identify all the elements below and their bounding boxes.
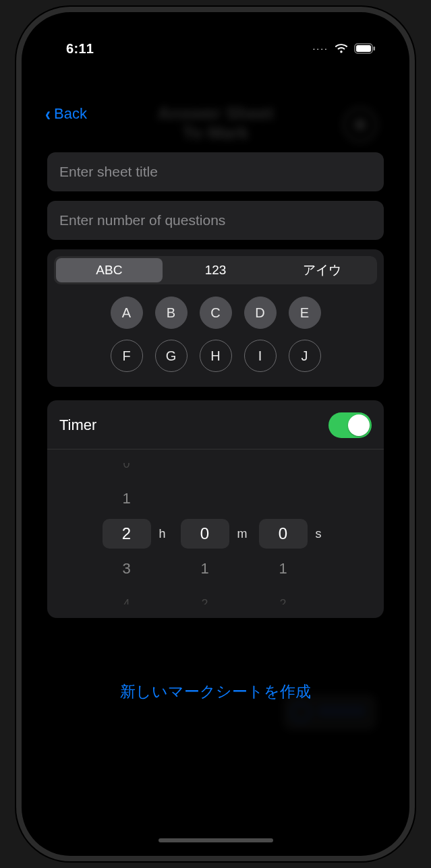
- battery-icon: [354, 43, 376, 54]
- cell-signal-icon: ····: [312, 43, 328, 54]
- choice-F[interactable]: F: [111, 340, 143, 372]
- hours-wheel[interactable]: 0 1 2 3 4: [103, 463, 151, 604]
- choice-J[interactable]: J: [289, 340, 321, 372]
- hours-unit: h: [159, 527, 173, 541]
- screen: 6:11 ···· Answer Sheet To Mark: [27, 18, 404, 850]
- create-sheet-button[interactable]: 新しいマークシートを作成: [27, 681, 404, 702]
- status-time: 6:11: [66, 41, 94, 57]
- seg-kana[interactable]: アイウ: [268, 258, 375, 282]
- seconds-wheel[interactable]: 0 1 2: [259, 463, 308, 604]
- chevron-left-icon: ‹: [45, 104, 51, 124]
- phone-frame: 6:11 ···· Answer Sheet To Mark: [16, 7, 415, 861]
- form-sheet: ABC 123 アイウ A B C D E F G H: [47, 152, 384, 618]
- seg-123[interactable]: 123: [163, 258, 269, 282]
- timer-header: Timer: [47, 400, 384, 450]
- choice-H[interactable]: H: [200, 340, 232, 372]
- timer-label: Timer: [59, 416, 96, 434]
- letter-row-2: F G H I J: [111, 340, 321, 372]
- gear-icon: [346, 111, 374, 139]
- sheet-title-input[interactable]: [47, 152, 384, 191]
- notch: [165, 32, 266, 59]
- minutes-unit: m: [237, 527, 251, 541]
- back-button[interactable]: ‹ Back: [45, 104, 87, 124]
- svg-rect-1: [356, 45, 371, 52]
- timer-toggle[interactable]: [328, 412, 372, 438]
- timer-card: Timer 0 1 2 3 4: [47, 400, 384, 618]
- back-label: Back: [54, 105, 87, 123]
- question-count-input[interactable]: [47, 201, 384, 240]
- choice-E[interactable]: E: [289, 297, 321, 329]
- home-indicator[interactable]: [159, 838, 273, 842]
- label-type-segmented[interactable]: ABC 123 アイウ: [54, 256, 377, 284]
- choice-B[interactable]: B: [155, 297, 188, 329]
- options-card: ABC 123 アイウ A B C D E F G H: [47, 249, 384, 387]
- svg-rect-2: [374, 46, 376, 51]
- letter-row-1: A B C D E: [111, 297, 321, 329]
- seg-abc[interactable]: ABC: [56, 258, 163, 282]
- duration-picker[interactable]: 0 1 2 3 4 h 0: [47, 450, 384, 604]
- choice-preview: A B C D E F G H I J: [54, 297, 377, 372]
- wifi-icon: [334, 43, 349, 54]
- choice-I[interactable]: I: [244, 340, 277, 372]
- choice-A[interactable]: A: [111, 297, 143, 329]
- minutes-wheel[interactable]: 0 1 2: [181, 463, 229, 604]
- choice-C[interactable]: C: [200, 297, 232, 329]
- seconds-unit: s: [316, 527, 329, 541]
- choice-D[interactable]: D: [244, 297, 277, 329]
- choice-G[interactable]: G: [155, 340, 188, 372]
